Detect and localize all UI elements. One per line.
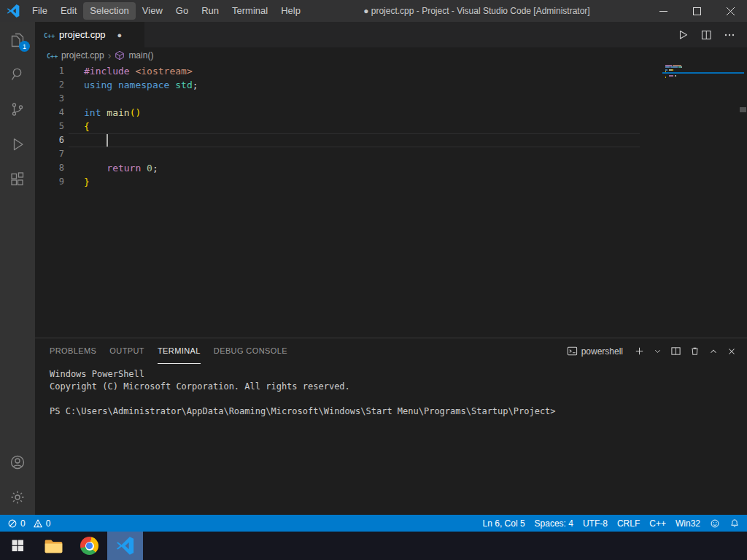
maximize-panel-icon[interactable] xyxy=(708,346,719,357)
tab-project-cpp[interactable]: C++ project.cpp ● xyxy=(35,22,144,47)
line-number: 1 xyxy=(35,64,69,78)
terminal-line: Windows PowerShell xyxy=(50,368,747,381)
svg-text:C++: C++ xyxy=(47,52,58,60)
status-items: Ln 6, Col 5Spaces: 4UTF-8CRLFC++Win32 xyxy=(483,518,700,529)
menu-file[interactable]: File xyxy=(26,2,54,20)
errors-count: 0 xyxy=(20,518,26,529)
accounts-icon[interactable] xyxy=(0,445,35,480)
extensions-icon[interactable] xyxy=(0,162,35,197)
panel-tabs: PROBLEMSOUTPUTTERMINALDEBUG CONSOLE xyxy=(50,338,301,364)
close-button[interactable] xyxy=(713,0,747,22)
breadcrumb-file[interactable]: project.cpp xyxy=(61,50,104,61)
settings-gear-icon[interactable] xyxy=(0,480,35,515)
panel-actions: powershell xyxy=(567,338,737,364)
kill-terminal-icon[interactable] xyxy=(689,346,700,357)
vscode-logo-icon xyxy=(7,4,20,18)
split-terminal-icon[interactable] xyxy=(670,346,681,357)
line-number: 3 xyxy=(35,92,69,106)
file-explorer-button[interactable] xyxy=(36,532,71,560)
explorer-badge: 1 xyxy=(19,41,30,52)
menu-view[interactable]: View xyxy=(136,2,169,20)
code-area: 1#include <iostream>2using namespace std… xyxy=(35,64,747,189)
panel-tab-terminal[interactable]: TERMINAL xyxy=(158,338,201,364)
close-panel-icon[interactable] xyxy=(727,346,737,357)
line-number: 6 xyxy=(35,133,69,147)
windows-taskbar xyxy=(0,532,747,560)
panel-tab-output[interactable]: OUTPUT xyxy=(109,338,144,364)
windows-logo-icon xyxy=(11,539,25,553)
status-item-c[interactable]: C++ xyxy=(649,518,666,529)
start-button[interactable] xyxy=(0,532,36,560)
terminal-output[interactable]: Windows PowerShellCopyright (C) Microsof… xyxy=(35,364,747,515)
window-controls xyxy=(646,0,747,22)
line-number: 2 xyxy=(35,78,69,92)
minimap-current-line xyxy=(662,72,744,74)
text-cursor xyxy=(107,134,108,147)
status-item-crlf[interactable]: CRLF xyxy=(617,518,640,529)
run-button[interactable] xyxy=(676,28,689,41)
vscode-window: FileEditSelectionViewGoRunTerminalHelp ●… xyxy=(0,0,747,560)
menu-edit[interactable]: Edit xyxy=(54,2,83,20)
terminal-dropdown-icon[interactable] xyxy=(653,346,662,356)
menu-run[interactable]: Run xyxy=(195,2,225,20)
source-control-icon[interactable] xyxy=(0,92,35,127)
status-right: Ln 6, Col 5Spaces: 4UTF-8CRLFC++Win32 xyxy=(483,518,740,529)
menu-terminal[interactable]: Terminal xyxy=(225,2,274,20)
terminal-line: Copyright (C) Microsoft Corporation. All… xyxy=(50,381,747,393)
bell-icon[interactable] xyxy=(729,518,740,529)
code-editor[interactable]: 1#include <iostream>2using namespace std… xyxy=(35,63,747,338)
scrollbar-marker[interactable] xyxy=(740,107,746,112)
panel-tab-problems[interactable]: PROBLEMS xyxy=(50,338,96,364)
activity-bar: 1 xyxy=(0,22,35,515)
symbol-method-icon xyxy=(115,50,125,61)
problems-status[interactable]: 0 0 xyxy=(7,518,55,529)
minimap-content xyxy=(665,65,738,78)
code-line-8[interactable]: 8 return 0; xyxy=(35,161,747,175)
minimize-button[interactable] xyxy=(646,0,680,22)
code-line-9[interactable]: 9} xyxy=(35,175,747,189)
panel-tab-debug-console[interactable]: DEBUG CONSOLE xyxy=(214,338,287,364)
breadcrumb-symbol[interactable]: main() xyxy=(128,50,153,61)
chrome-icon xyxy=(80,537,98,555)
status-item-utf-8[interactable]: UTF-8 xyxy=(583,518,608,529)
code-line-7[interactable]: 7 xyxy=(35,147,747,161)
cpp-file-icon: C++ xyxy=(44,30,55,40)
modified-dot-icon[interactable]: ● xyxy=(117,31,123,39)
menu-selection[interactable]: Selection xyxy=(83,2,135,20)
maximize-button[interactable] xyxy=(680,0,713,22)
code-line-5[interactable]: 5{ xyxy=(35,120,747,133)
vscode-taskbar-button[interactable] xyxy=(107,532,143,560)
explorer-icon[interactable]: 1 xyxy=(0,22,35,57)
status-item-win32[interactable]: Win32 xyxy=(676,518,700,529)
menu-bar: FileEditSelectionViewGoRunTerminalHelp xyxy=(26,0,307,22)
terminal-profile-select[interactable]: powershell xyxy=(567,346,623,357)
menu-help[interactable]: Help xyxy=(274,2,307,20)
line-number: 7 xyxy=(35,147,69,161)
feedback-icon[interactable] xyxy=(710,518,720,529)
status-item-ln-6-col-5[interactable]: Ln 6, Col 5 xyxy=(483,518,525,529)
line-number: 8 xyxy=(35,161,69,175)
panel-header: PROBLEMSOUTPUTTERMINALDEBUG CONSOLE powe… xyxy=(35,338,747,364)
line-number: 9 xyxy=(35,175,69,189)
code-line-6[interactable]: 6 xyxy=(35,133,747,147)
chrome-button[interactable] xyxy=(71,532,107,560)
line-number: 4 xyxy=(35,106,69,120)
split-editor-icon[interactable] xyxy=(700,29,712,41)
code-line-3[interactable]: 3 xyxy=(35,92,747,106)
run-debug-icon[interactable] xyxy=(0,127,35,162)
code-line-4[interactable]: 4int main() xyxy=(35,106,747,120)
menu-go[interactable]: Go xyxy=(169,2,195,20)
status-item-spaces-4[interactable]: Spaces: 4 xyxy=(535,518,573,529)
window-title: ● project.cpp - Project - Visual Studio … xyxy=(307,6,646,16)
code-line-1[interactable]: 1#include <iostream> xyxy=(35,64,747,78)
more-actions-icon[interactable] xyxy=(724,29,735,41)
line-number: 5 xyxy=(35,120,69,133)
errors-icon xyxy=(7,518,18,529)
minimap[interactable] xyxy=(665,65,738,78)
tab-label: project.cpp xyxy=(59,29,106,40)
new-terminal-icon[interactable] xyxy=(634,346,645,357)
chevron-right-icon: › xyxy=(108,51,112,60)
folder-icon xyxy=(44,537,63,554)
code-line-2[interactable]: 2using namespace std; xyxy=(35,78,747,92)
search-icon[interactable] xyxy=(0,57,35,92)
